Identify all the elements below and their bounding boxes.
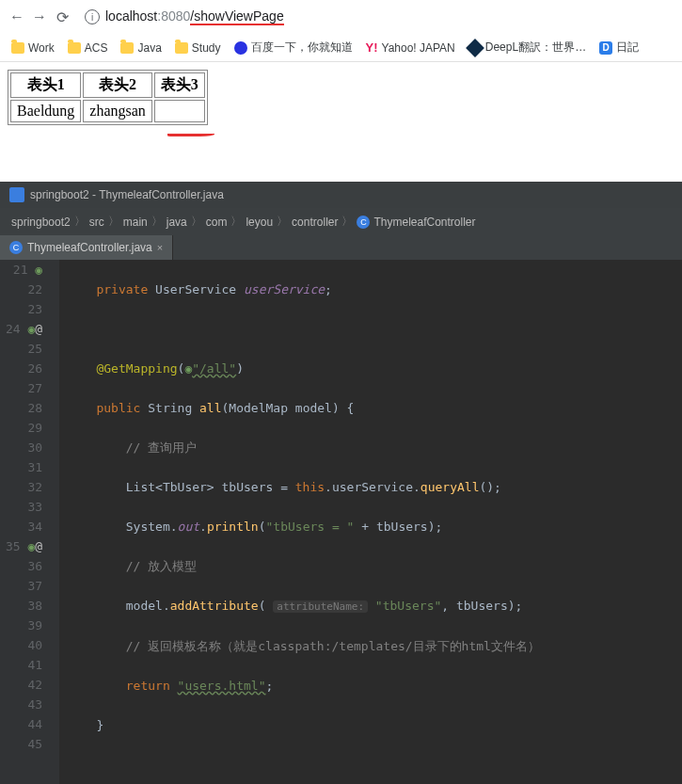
bookmarks-bar: Work ACS Java Study 百度一下，你就知道 Y!Yahoo! J… [0, 34, 682, 62]
breadcrumb[interactable]: springboot2 [11, 216, 71, 229]
bookmark-yahoo[interactable]: Y!Yahoo! JAPAN [366, 40, 455, 55]
breadcrumb[interactable]: com [206, 216, 228, 229]
ide-window: springboot2 - ThymeleafController.java s… [0, 182, 682, 784]
breadcrumb[interactable]: main [123, 216, 148, 229]
sample-table: 表头1 表头2 表头3 Baeldung zhangsan [8, 70, 208, 125]
breadcrumb[interactable]: leyou [246, 216, 273, 229]
back-icon[interactable]: ← [9, 9, 24, 24]
breadcrumb[interactable]: ThymeleafController [373, 216, 475, 229]
forward-icon[interactable]: → [32, 9, 47, 24]
class-icon: C [357, 216, 370, 229]
close-icon[interactable]: × [157, 242, 163, 253]
address-bar[interactable]: i localhost:8080/showViewPage [77, 5, 673, 29]
bookmark-deepl[interactable]: DeepL翻訳：世界… [468, 40, 586, 56]
intellij-icon [9, 187, 24, 202]
url-text: localhost:8080/showViewPage [105, 8, 284, 25]
bookmark-acs[interactable]: ACS [68, 41, 108, 55]
annotation-underline [167, 129, 214, 136]
page-content: 表头1 表头2 表头3 Baeldung zhangsan [0, 62, 682, 144]
info-icon[interactable]: i [85, 9, 100, 24]
bookmark-java[interactable]: Java [120, 41, 161, 55]
class-icon: C [9, 241, 23, 254]
code-editor[interactable]: 21 ◉ 22 23 24 ◉@ 25 26 27 28 29 30 31 32… [0, 260, 682, 784]
ide-title: springboot2 - ThymeleafController.java [30, 188, 224, 201]
gutter: 21 ◉ 22 23 24 ◉@ 25 26 27 28 29 30 31 32… [0, 260, 59, 784]
editor-tabs: C ThymeleafController.java × [0, 235, 682, 260]
folder-icon [68, 42, 81, 54]
bookmark-d[interactable]: D日記 [599, 40, 639, 56]
tab-file[interactable]: C ThymeleafController.java × [0, 235, 173, 260]
ide-titlebar: springboot2 - ThymeleafController.java [0, 182, 682, 208]
table-header: 表头3 [154, 72, 205, 98]
bookmark-work[interactable]: Work [11, 41, 55, 55]
deepl-icon [466, 39, 484, 57]
breadcrumb[interactable]: src [89, 216, 104, 229]
table-cell [154, 100, 205, 122]
yahoo-icon: Y! [366, 40, 378, 55]
baidu-icon [234, 41, 247, 55]
breadcrumb[interactable]: controller [292, 216, 338, 229]
table-cell: Baeldung [10, 100, 81, 122]
table-row: 表头1 表头2 表头3 [10, 72, 205, 98]
folder-icon [120, 42, 134, 54]
folder-icon [11, 42, 24, 54]
table-cell: zhangsan [83, 100, 152, 122]
table-header: 表头2 [83, 72, 152, 98]
bookmark-study[interactable]: Study [175, 41, 221, 55]
folder-icon [175, 42, 188, 54]
table-row: Baeldung zhangsan [10, 100, 205, 122]
code-area[interactable]: private UserService userService; @GetMap… [59, 260, 682, 784]
breadcrumbs: springboot2〉 src〉 main〉 java〉 com〉 leyou… [0, 208, 682, 235]
breadcrumb[interactable]: java [167, 216, 187, 229]
reload-icon[interactable]: ⟳ [55, 9, 70, 24]
bookmark-baidu[interactable]: 百度一下，你就知道 [234, 40, 353, 56]
table-header: 表头1 [10, 72, 81, 98]
d-icon: D [599, 41, 612, 55]
